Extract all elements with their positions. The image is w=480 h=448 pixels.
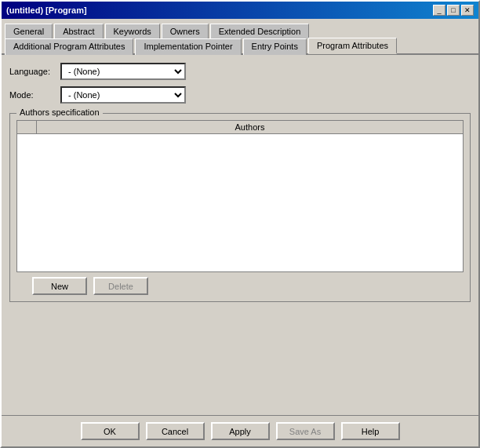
new-button[interactable]: New [32,277,87,295]
authors-group-legend: Authors specification [16,107,103,117]
authors-button-row: New Delete [16,277,464,295]
language-dropdown[interactable]: - (None) [60,63,186,80]
mode-field-row: Mode: - (None) [9,86,471,104]
tab-keywords[interactable]: Keywords [105,24,160,38]
maximize-button[interactable]: □ [447,5,460,16]
tab-additional-program-attributes[interactable]: Additional Program Attributes [5,38,133,55]
help-button[interactable]: Help [341,422,400,440]
save-as-button[interactable]: Save As [276,422,335,440]
ok-button[interactable]: OK [81,422,140,440]
delete-button[interactable]: Delete [93,277,148,295]
window-title: (untitled) [Program] [6,5,87,15]
authors-table-header: Authors [17,121,463,134]
tab-row-2: Additional Program Attributes Implementa… [2,37,478,55]
cancel-button[interactable]: Cancel [146,422,205,440]
language-field-row: Language: - (None) [9,63,471,80]
table-col-num-header [17,121,37,133]
apply-button[interactable]: Apply [211,422,270,440]
title-bar: (untitled) [Program] _ □ ✕ [2,2,478,19]
tab-general[interactable]: General [5,24,53,38]
close-button[interactable]: ✕ [461,5,474,16]
authors-table-body [17,134,463,271]
tab-entry-points[interactable]: Entry Points [243,38,307,55]
mode-dropdown[interactable]: - (None) [60,86,186,104]
mode-label: Mode: [9,90,60,100]
tab-implementation-pointer[interactable]: Implementation Pointer [135,38,241,55]
tab-extended-description[interactable]: Extended Description [210,24,310,38]
tab-program-attributes[interactable]: Program Attributes [308,38,397,54]
language-label: Language: [9,67,60,76]
tab-abstract[interactable]: Abstract [54,24,103,38]
authors-specification-group: Authors specification Authors New Delete [9,113,471,302]
authors-table-wrapper: Authors [16,120,464,272]
minimize-button[interactable]: _ [433,5,445,16]
tab-owners[interactable]: Owners [162,24,209,38]
tab-row-1: General Abstract Keywords Owners Extende… [2,19,478,37]
content-area: Language: - (None) Mode: - (None) Author… [2,55,478,415]
main-window: (untitled) [Program] _ □ ✕ General Abstr… [0,0,480,448]
title-bar-buttons: _ □ ✕ [433,5,474,16]
table-col-authors-header: Authors [37,121,463,133]
bottom-bar: OK Cancel Apply Save As Help [2,415,478,446]
